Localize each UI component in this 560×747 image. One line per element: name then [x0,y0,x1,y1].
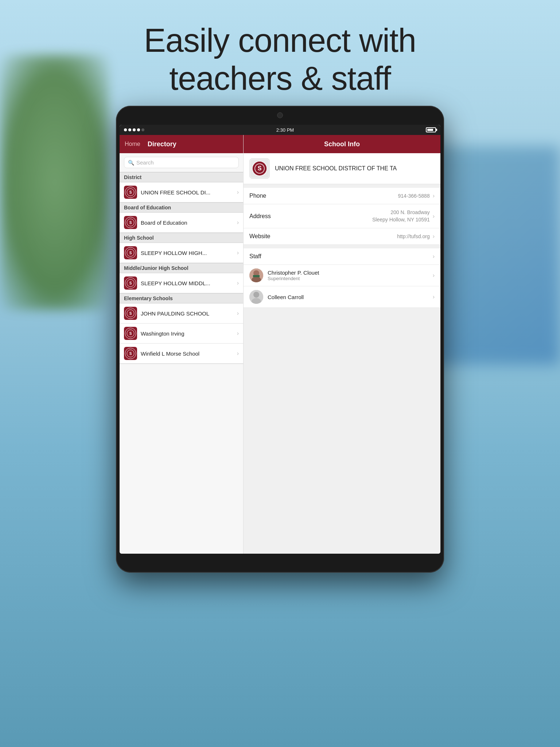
section-header-middle: Middle/Junior High School [120,263,243,273]
board-logo-svg: S [125,217,136,228]
svg-text:S: S [129,332,132,336]
section-header-board: Board of Education [120,202,243,213]
middle-chevron: › [237,280,239,286]
carroll-avatar [249,290,263,304]
staff-chevron: › [433,253,435,260]
carroll-name: Colleen Carroll [268,294,428,300]
svg-text:S: S [129,311,132,316]
battery-indicator [426,127,436,132]
svg-text:S: S [258,165,262,171]
tablet-screen: 2:30 PM Home Directory 🔍 [120,125,440,554]
address-row[interactable]: Address 200 N. Broadway Sleepy Hollow, N… [244,204,440,228]
middle-icon: S [124,276,137,290]
signal-dots [124,128,144,131]
school-name: UNION FREE SCHOOL DISTRICT OF THE TA [275,165,397,172]
list-item-district[interactable]: S UNION FREE SCHOOL DI... › [120,182,243,202]
search-bar: 🔍 Search [120,153,243,172]
clouet-info: Christopher P. Clouet Superintendent [268,270,428,281]
website-chevron: › [433,233,435,240]
list-item-washington[interactable]: S Washington Irving › [120,324,243,344]
morse-label: Winfield L Morse School [141,351,233,357]
address-label: Address [249,213,286,220]
section-header-district: District [120,172,243,182]
carroll-photo [249,290,263,304]
board-chevron: › [237,219,239,226]
carroll-chevron: › [433,294,435,300]
paulding-logo-svg: S [125,307,136,319]
morse-logo-svg: S [125,348,136,359]
dot-1 [124,128,127,131]
highschool-logo-svg: S [125,247,136,259]
status-bar: 2:30 PM [120,125,440,135]
clouet-photo [249,268,263,282]
staff-person-clouet[interactable]: Christopher P. Clouet Superintendent › [244,265,440,286]
list-item-highschool[interactable]: S SLEEPY HOLLOW HIGH... › [120,243,243,263]
website-row[interactable]: Website http://tufsd.org › [244,228,440,245]
district-chevron: › [237,189,239,196]
paulding-icon: S [124,307,137,320]
dot-5 [141,128,144,131]
address-chevron: › [433,213,435,220]
paulding-label: JOHN PAULDING SCHOOL [141,310,233,317]
board-label: Board of Education [141,220,233,226]
list-item-paulding[interactable]: S JOHN PAULDING SCHOOL › [120,303,243,324]
list-item-morse[interactable]: S Winfield L Morse School › [120,344,243,364]
middle-label: SLEEPY HOLLOW MIDDL... [141,280,233,286]
dot-3 [133,128,136,131]
phone-chevron: › [433,193,435,199]
school-logo-large-svg: S [250,159,269,178]
clouet-title: Superintendent [268,276,428,281]
app-content: Home Directory 🔍 Search District [120,135,440,554]
clouet-name: Christopher P. Clouet [268,270,428,276]
directory-title: Directory [148,140,176,148]
list-item-board[interactable]: S Board of Education › [120,213,243,233]
highschool-label: SLEEPY HOLLOW HIGH... [141,250,233,256]
home-button[interactable]: Home [125,141,140,147]
staff-section: Staff › [244,248,440,308]
left-panel: Home Directory 🔍 Search District [120,135,244,554]
clouet-chevron: › [433,272,435,279]
staff-header-row[interactable]: Staff › [244,248,440,265]
carroll-info: Colleen Carroll [268,294,428,300]
svg-text:S: S [129,190,132,194]
phone-label: Phone [249,193,286,199]
right-navbar: School Info [244,135,440,153]
svg-text:S: S [129,251,132,255]
list-item-middle[interactable]: S SLEEPY HOLLOW MIDDL... › [120,273,243,293]
washington-logo-svg: S [125,328,136,339]
right-panel: School Info S UNION FREE SCHOOL DISTRICT [244,135,440,554]
washington-chevron: › [237,330,239,337]
dot-2 [128,128,131,131]
svg-rect-28 [253,275,260,277]
address-value: 200 N. Broadway Sleepy Hollow, NY 10591 [286,209,433,223]
morse-chevron: › [237,350,239,357]
empty-space [120,364,243,510]
page-headline: Easily connect with teachers & staff [0,22,560,97]
left-navbar: Home Directory [120,135,243,153]
phone-value: 914-366-5888 [286,193,433,199]
section-header-elementary: Elementary Schools [120,293,243,303]
tablet-camera [277,112,283,118]
highschool-chevron: › [237,249,239,256]
search-input-wrap[interactable]: 🔍 Search [124,157,239,168]
highschool-icon: S [124,246,137,259]
svg-point-30 [253,292,259,298]
staff-person-carroll[interactable]: Colleen Carroll › [244,286,440,308]
website-label: Website [249,233,286,240]
clouet-avatar [249,268,263,282]
dot-4 [137,128,140,131]
info-section: Phone 914-366-5888 › Address 200 N. Broa… [244,188,440,245]
staff-label: Staff [249,253,433,260]
district-label: UNION FREE SCHOOL DI... [141,189,233,196]
middle-logo-svg: S [125,277,136,289]
school-logo-svg: S [125,186,136,198]
search-placeholder: Search [136,159,154,166]
school-logo-large: S [249,158,270,179]
school-info-title: School Info [324,140,360,148]
battery-icon [426,127,436,132]
phone-row[interactable]: Phone 914-366-5888 › [244,188,440,204]
morse-icon: S [124,347,137,360]
svg-text:S: S [129,221,132,225]
section-header-highschool: High School [120,233,243,243]
svg-text:S: S [129,352,132,356]
